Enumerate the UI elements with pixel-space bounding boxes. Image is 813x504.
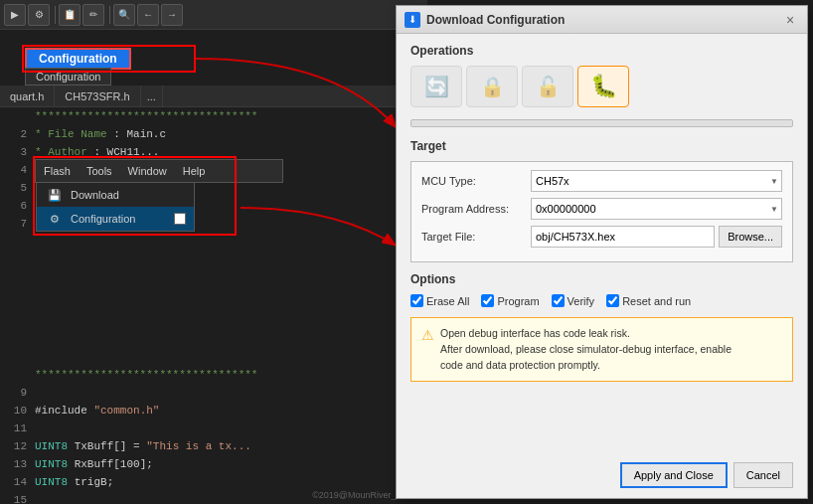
toolbar-btn-4[interactable]: ✏: [82, 4, 104, 26]
mcu-type-row: MCU Type: CH57x ▼: [421, 170, 782, 192]
target-file-label: Target File:: [421, 231, 531, 243]
download-menu-item[interactable]: 💾 Download: [37, 183, 194, 207]
dialog-close-button[interactable]: ×: [781, 11, 799, 29]
flash-menu[interactable]: Flash: [36, 163, 79, 179]
program-address-select-wrapper[interactable]: 0x00000000 ▼: [531, 198, 782, 220]
help-menu[interactable]: Help: [175, 163, 214, 179]
toolbar-btn-6[interactable]: ←: [137, 4, 159, 26]
warning-box: ⚠ Open debug interface has code leak ris…: [410, 317, 793, 382]
mcu-type-select[interactable]: CH57x: [531, 170, 782, 192]
program-address-select[interactable]: 0x00000000: [531, 198, 782, 220]
options-section: Erase All Program Verify Reset and run: [410, 294, 793, 307]
checkbox-verify[interactable]: Verify: [552, 294, 595, 307]
target-label: Target: [410, 139, 793, 153]
toolbar-btn-5[interactable]: 🔍: [113, 4, 135, 26]
program-address-label: Program Address:: [421, 203, 531, 215]
target-file-row: Target File: Browse...: [421, 226, 782, 248]
toolbar-sep-2: [109, 6, 110, 24]
apply-close-button[interactable]: Apply and Close: [620, 462, 728, 488]
download-config-dialog: ⬇ Download Configuration × Operations 🔄 …: [396, 5, 808, 499]
mcu-type-label: MCU Type:: [421, 175, 531, 187]
toolbar-btn-3[interactable]: 📋: [59, 4, 81, 26]
flash-dropdown: 💾 Download ⚙ Configuration: [36, 182, 195, 232]
menubar-row: Flash Tools Window Help: [36, 160, 282, 182]
dialog-body: Operations 🔄 🔒 🔓 🐛 Target MCU Type: CH57…: [397, 34, 807, 404]
cancel-button[interactable]: Cancel: [733, 462, 793, 488]
checkbox-reset-run[interactable]: Reset and run: [606, 294, 691, 307]
toolbar-btn-7[interactable]: →: [161, 4, 183, 26]
progress-bar: [410, 119, 793, 127]
dialog-titlebar: ⬇ Download Configuration ×: [397, 6, 807, 34]
dialog-title-text: Download Configuration: [426, 13, 781, 27]
ide-panel: ▶ ⚙ 📋 ✏ 🔍 ← → Configuration Configuratio…: [0, 0, 427, 504]
browse-button[interactable]: Browse...: [719, 226, 782, 248]
tab-quart[interactable]: quart.h: [0, 85, 55, 106]
dialog-footer: Apply and Close Cancel: [620, 462, 793, 488]
warning-icon: ⚠: [421, 327, 434, 373]
toolbar-btn-2[interactable]: ⚙: [28, 4, 50, 26]
tab-dots[interactable]: ...: [141, 85, 163, 106]
tab-ch573sfr[interactable]: CH573SFR.h: [55, 85, 140, 106]
config-tab-highlight[interactable]: Configuration: [25, 48, 131, 70]
flash-menubar[interactable]: Flash Tools Window Help 💾 Download ⚙ Con…: [35, 159, 283, 183]
options-row: Erase All Program Verify Reset and run: [410, 294, 793, 307]
dialog-title-icon: ⬇: [405, 12, 420, 28]
op-icon-debug[interactable]: 🐛: [577, 66, 629, 107]
toolbar-btn-1[interactable]: ▶: [4, 4, 26, 26]
op-icon-unlock[interactable]: 🔓: [522, 66, 573, 107]
checkbox-verify-input[interactable]: [552, 294, 565, 307]
window-menu[interactable]: Window: [120, 163, 175, 179]
op-icon-refresh[interactable]: 🔄: [410, 66, 462, 107]
configuration-icon: ⚙: [45, 209, 65, 229]
ide-tabs: quart.h CH573SFR.h ...: [0, 85, 427, 107]
program-address-row: Program Address: 0x00000000 ▼: [421, 198, 782, 220]
checkbox-program[interactable]: Program: [481, 294, 539, 307]
operations-row: 🔄 🔒 🔓 🐛: [410, 66, 793, 107]
configuration-menu-item[interactable]: ⚙ Configuration: [37, 207, 194, 231]
tools-menu[interactable]: Tools: [79, 163, 120, 179]
mcu-type-select-wrapper[interactable]: CH57x ▼: [531, 170, 782, 192]
target-file-input[interactable]: [531, 226, 715, 248]
toolbar-sep-1: [55, 6, 56, 24]
checkbox-erase-all-input[interactable]: [410, 294, 423, 307]
checkbox-erase-all[interactable]: Erase All: [410, 294, 469, 307]
checkbox-reset-run-input[interactable]: [606, 294, 619, 307]
download-icon: 💾: [45, 185, 65, 205]
target-section: MCU Type: CH57x ▼ Program Address: 0x000…: [410, 161, 793, 262]
op-icon-lock[interactable]: 🔒: [466, 66, 518, 107]
ide-toolbar: ▶ ⚙ 📋 ✏ 🔍 ← →: [0, 0, 427, 30]
checkbox-program-input[interactable]: [481, 294, 494, 307]
code-editor: ********************************** 2 * F…: [0, 107, 427, 504]
operations-label: Operations: [410, 44, 793, 58]
warning-text: Open debug interface has code leak risk.…: [440, 326, 732, 373]
config-indicator: [174, 213, 186, 225]
config-tooltip: Configuration: [25, 68, 111, 85]
options-label: Options: [410, 272, 793, 286]
